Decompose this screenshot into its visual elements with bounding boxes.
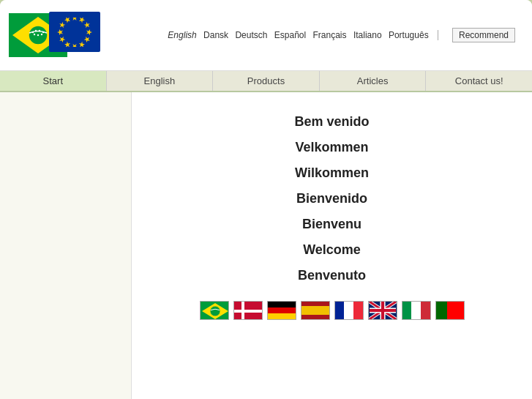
main-layout: Bem venido Velkommen Wilkommen Bienvenid… (0, 92, 532, 399)
flag-germany[interactable] (267, 301, 296, 320)
flag-spain[interactable] (301, 301, 330, 320)
language-bar: English Dansk Deutsch Español Français I… (104, 30, 523, 40)
nav-bar: Start English Products Articles Contact … (0, 71, 532, 92)
page-container: English Dansk Deutsch Español Français I… (0, 0, 532, 399)
sidebar (0, 92, 132, 399)
eu-flag-logo (49, 12, 100, 52)
flag-portugal[interactable] (435, 301, 465, 320)
welcome-portuguese: Bem venido (294, 114, 369, 130)
welcome-english: Welcome (303, 242, 361, 258)
svg-rect-11 (56, 18, 93, 47)
flag-uk[interactable] (368, 301, 397, 320)
recommend-button[interactable]: Recommend (452, 28, 515, 42)
svg-point-7 (42, 31, 44, 33)
flags-row (200, 301, 465, 320)
nav-contact[interactable]: Contact us! (426, 71, 532, 91)
header: English Dansk Deutsch Español Français I… (0, 0, 532, 71)
nav-english[interactable]: English (107, 71, 214, 91)
svg-point-10 (41, 34, 42, 35)
svg-point-4 (32, 31, 34, 33)
welcome-french: Bienvenu (302, 217, 361, 232)
flag-france[interactable] (334, 301, 364, 320)
flag-brazil[interactable] (200, 301, 229, 320)
svg-point-9 (37, 34, 39, 36)
nav-articles[interactable]: Articles (320, 71, 427, 91)
lang-espanol[interactable]: Español (274, 30, 306, 40)
welcome-danish: Velkommen (295, 140, 368, 155)
logo-area[interactable] (9, 6, 104, 64)
separator (438, 30, 444, 40)
lang-italiano[interactable]: Italiano (353, 30, 382, 40)
lang-deutsch[interactable]: Deutsch (235, 30, 267, 40)
content-area: Bem venido Velkommen Wilkommen Bienvenid… (132, 92, 532, 399)
flag-denmark[interactable] (233, 301, 263, 320)
lang-francais[interactable]: Français (313, 30, 347, 40)
lang-dansk[interactable]: Dansk (203, 30, 228, 40)
svg-point-5 (35, 30, 37, 31)
welcome-spanish: Bienvenido (296, 191, 367, 206)
nav-products[interactable]: Products (213, 71, 320, 91)
svg-point-6 (39, 30, 40, 31)
welcome-italian: Benvenuto (298, 268, 366, 283)
welcome-german: Wilkommen (295, 165, 369, 181)
svg-point-8 (34, 34, 35, 35)
nav-start[interactable]: Start (0, 71, 107, 91)
flag-italy[interactable] (402, 301, 431, 320)
lang-portugues[interactable]: Português (389, 30, 429, 40)
lang-english[interactable]: English (168, 30, 196, 40)
welcome-words: Bem venido Velkommen Wilkommen Bienvenid… (294, 114, 369, 283)
